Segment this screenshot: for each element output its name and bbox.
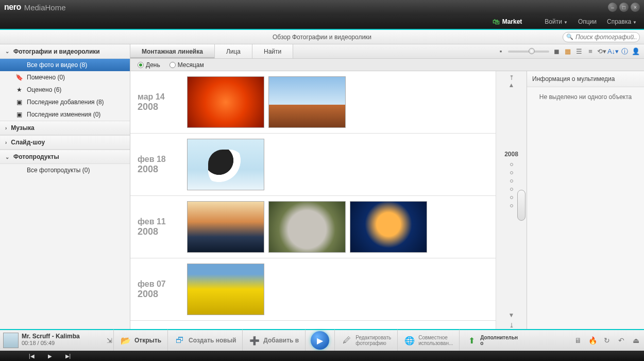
sidebar-section[interactable]: ⌄Фотопродукты	[0, 150, 130, 164]
sidebar-item[interactable]: 🔖Помечено (0)	[0, 71, 130, 84]
sidebar-section[interactable]: ›Музыка	[0, 121, 130, 135]
view-detail-icon[interactable]: ≡	[586, 47, 595, 56]
close-button[interactable]: ×	[631, 3, 640, 12]
play-pause-button[interactable]: ▶	[48, 353, 52, 359]
undo-icon[interactable]: ↶	[616, 335, 626, 346]
overview-bar: Обзор Фотографии и видеоролики 🔍	[0, 30, 644, 44]
plus-icon: ➕	[249, 335, 260, 346]
basket-icon: 🛍	[493, 18, 500, 26]
playlist-icon[interactable]: ⇲	[105, 336, 113, 344]
open-button[interactable]: 📂 Открыть	[113, 330, 167, 351]
sidebar-item[interactable]: ▣Последние изменения (0)	[0, 108, 130, 121]
group-year: 2008	[138, 226, 187, 237]
photo-thumbnail[interactable]	[350, 201, 427, 253]
tab-timeline[interactable]: Монтажная линейка	[130, 44, 215, 58]
sidebar-item-icon: ▣	[14, 111, 24, 118]
player-bar: |◀ ▶ ▶|	[0, 351, 644, 361]
radio-month[interactable]: Месяцам	[170, 61, 204, 69]
sidebar-item[interactable]: ★Оценено (6)	[0, 84, 130, 96]
help-menu[interactable]: Справка▼	[607, 18, 637, 25]
create-button[interactable]: 🗗 Создать новый	[167, 330, 242, 351]
group-date: фев 07	[138, 280, 187, 289]
sort-icon[interactable]: A↓▾	[609, 47, 617, 56]
rotate-icon[interactable]: ⟲▾	[598, 47, 606, 56]
info-icon[interactable]: ⓘ	[620, 47, 629, 56]
timeline-top-icon[interactable]: ⤒	[508, 74, 515, 81]
login-menu[interactable]: Войти▼	[545, 18, 568, 25]
person-icon[interactable]: 👤	[632, 47, 640, 56]
options-menu[interactable]: Опции	[578, 18, 597, 25]
view-list-icon[interactable]: ☰	[575, 47, 583, 56]
play-button[interactable]: ▶	[311, 331, 329, 350]
now-playing-title: Mr. Scruff - Kalimba	[22, 333, 80, 340]
group-date: фев 11	[138, 217, 187, 226]
sidebar-item[interactable]: Все фотопродукты (0)	[0, 164, 130, 176]
search-input[interactable]	[575, 34, 636, 41]
sidebar-section[interactable]: ⌄Фотографии и видеоролики	[0, 44, 130, 59]
chevron-icon: ›	[5, 125, 7, 131]
next-track-button[interactable]: ▶|	[65, 353, 71, 359]
sidebar-item[interactable]: Все фото и видео (8)	[0, 59, 130, 71]
tab-row: Монтажная линейка Лица Найти ▪ ◼ ▦ ☰ ≡ ⟲…	[130, 44, 644, 59]
reload-icon[interactable]: ↻	[602, 335, 612, 346]
info-header: Информация о мультимедиа	[527, 71, 644, 87]
timeline-bottom-icon[interactable]: ⤓	[508, 322, 515, 329]
now-playing: Mr. Scruff - Kalimba 00:18 / 05:49	[3, 333, 105, 348]
maximize-button[interactable]: □	[619, 3, 629, 12]
timeline-year: 2008	[504, 151, 518, 158]
timeline-up-icon[interactable]: ▲	[508, 81, 515, 89]
photo-thumbnail[interactable]	[187, 139, 264, 190]
add-button[interactable]: ➕ Добавить в	[242, 330, 305, 351]
photo-thumbnail[interactable]	[268, 76, 346, 128]
radio-day[interactable]: День	[138, 61, 160, 69]
edit-button[interactable]: 🖉 Редактироватьфотографию	[334, 330, 397, 351]
sidebar-item-label: Помечено (0)	[27, 74, 65, 81]
overview-title: Обзор Фотографии и видеоролики	[273, 34, 371, 41]
view-toolbar: ▪ ◼ ▦ ☰ ≡ ⟲▾ A↓▾ ⓘ 👤	[497, 44, 644, 58]
prev-track-button[interactable]: |◀	[29, 353, 35, 359]
burn-icon[interactable]: 🔥	[587, 335, 598, 346]
sidebar-item[interactable]: ▣Последние добавления (8)	[0, 96, 130, 108]
photo-thumbnail[interactable]	[187, 201, 264, 253]
arrow-up-icon: ⬆	[466, 335, 477, 346]
market-label: Market	[502, 18, 522, 25]
photo-thumbnail[interactable]	[187, 264, 264, 315]
groupby-bar: День Месяцам	[130, 59, 644, 71]
search-box[interactable]: 🔍	[563, 32, 640, 42]
timeline-down-icon[interactable]: ▼	[508, 311, 515, 319]
minimize-button[interactable]: –	[608, 3, 617, 12]
logo-nero: nero	[4, 3, 21, 12]
date-group: фев 072008	[130, 258, 496, 321]
eject-icon[interactable]: ⏏	[631, 335, 641, 346]
info-panel: Информация о мультимедиа Не выделено ни …	[527, 71, 644, 329]
monitor-icon[interactable]: 🖥	[573, 335, 583, 346]
photo-thumbnail[interactable]	[187, 76, 264, 128]
action-bar: Mr. Scruff - Kalimba 00:18 / 05:49 ⇲ 📂 О…	[0, 329, 644, 351]
timeline-scroller[interactable]: ⤒ ▲ 2008 ▼ ⤓	[496, 71, 527, 329]
thumb-small-icon[interactable]: ▪	[497, 47, 505, 56]
menu-bar: 🛍 Market Войти▼ Опции Справка▼	[0, 14, 644, 30]
photo-thumbnail[interactable]	[268, 201, 346, 253]
chevron-icon: ⌄	[5, 154, 9, 160]
tab-find[interactable]: Найти	[252, 44, 293, 58]
info-empty: Не выделено ни одного объекта	[527, 87, 644, 107]
market-link[interactable]: 🛍 Market	[493, 18, 522, 26]
sidebar-section[interactable]: ›Слайд-шоу	[0, 135, 130, 150]
sidebar-item-label: Оценено (6)	[27, 86, 61, 93]
chevron-icon: ›	[5, 140, 7, 145]
title-bar: nero MediaHome – □ ×	[0, 0, 644, 14]
more-button[interactable]: ⬆ Дополнительно	[459, 330, 524, 351]
chevron-icon: ⌄	[5, 48, 9, 54]
sidebar-item-icon: ▣	[14, 99, 24, 106]
timeline-handle[interactable]	[517, 190, 526, 221]
sidebar-item-label: Все фото и видео (8)	[27, 61, 87, 69]
view-grid-icon[interactable]: ▦	[564, 47, 572, 56]
zoom-slider[interactable]	[508, 51, 549, 53]
sidebar-item-label: Последние изменения (0)	[27, 111, 100, 118]
edit-icon: 🖉	[341, 335, 352, 346]
thumb-large-icon[interactable]: ◼	[552, 47, 561, 56]
share-button[interactable]: 🌐 Совместноеиспользован...	[397, 330, 459, 351]
tab-faces[interactable]: Лица	[215, 44, 252, 58]
now-playing-time: 00:18 / 05:49	[22, 340, 80, 347]
album-art	[3, 333, 19, 348]
